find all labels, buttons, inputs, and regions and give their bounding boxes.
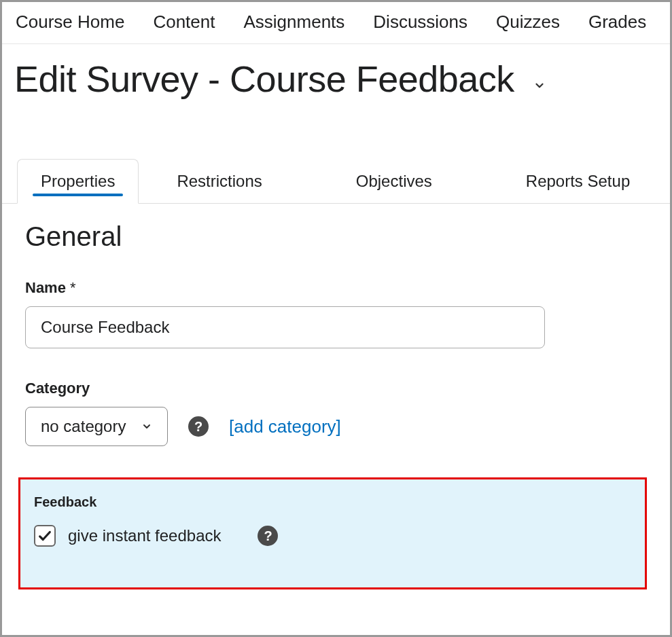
page-title: Edit Survey - Course Feedback: [14, 58, 514, 100]
required-marker: *: [70, 279, 76, 296]
chevron-down-icon: [533, 79, 546, 92]
instant-feedback-checkbox[interactable]: [34, 525, 56, 547]
add-category-link[interactable]: [add category]: [229, 416, 341, 437]
name-label: Name *: [25, 279, 650, 297]
category-selected-value: no category: [41, 417, 126, 436]
name-input[interactable]: [25, 306, 545, 348]
page-title-row: Edit Survey - Course Feedback: [2, 44, 670, 128]
feedback-section-label: Feedback: [34, 494, 631, 510]
tab-restrictions[interactable]: Restrictions: [154, 160, 285, 203]
tab-objectives[interactable]: Objectives: [333, 160, 455, 203]
field-group-category: Category no category ? [add category]: [25, 380, 650, 446]
nav-assignments[interactable]: Assignments: [243, 12, 344, 33]
category-label: Category: [25, 380, 650, 397]
instant-feedback-label: give instant feedback: [68, 526, 221, 545]
course-nav: Course Home Content Assignments Discussi…: [2, 2, 670, 44]
category-select[interactable]: no category: [25, 407, 168, 446]
feedback-help-icon[interactable]: ?: [258, 526, 278, 546]
nav-quizzes[interactable]: Quizzes: [496, 12, 560, 33]
nav-discussions[interactable]: Discussions: [373, 12, 467, 33]
feedback-section-highlight: Feedback give instant feedback ?: [18, 477, 647, 589]
properties-panel: General Name * Category no category ? [a…: [2, 204, 670, 589]
section-heading-general: General: [25, 221, 650, 252]
tab-reports-setup[interactable]: Reports Setup: [503, 160, 653, 203]
checkmark-icon: [37, 528, 52, 543]
category-help-icon[interactable]: ?: [188, 416, 209, 437]
nav-content[interactable]: Content: [153, 12, 215, 33]
title-actions-dropdown[interactable]: [533, 79, 546, 101]
chevron-down-icon: [141, 421, 152, 432]
nav-grades[interactable]: Grades: [588, 12, 646, 33]
nav-course-home[interactable]: Course Home: [16, 12, 124, 33]
field-group-name: Name *: [25, 279, 650, 348]
tab-bar: Properties Restrictions Objectives Repor…: [2, 159, 670, 204]
tab-properties[interactable]: Properties: [17, 159, 139, 204]
